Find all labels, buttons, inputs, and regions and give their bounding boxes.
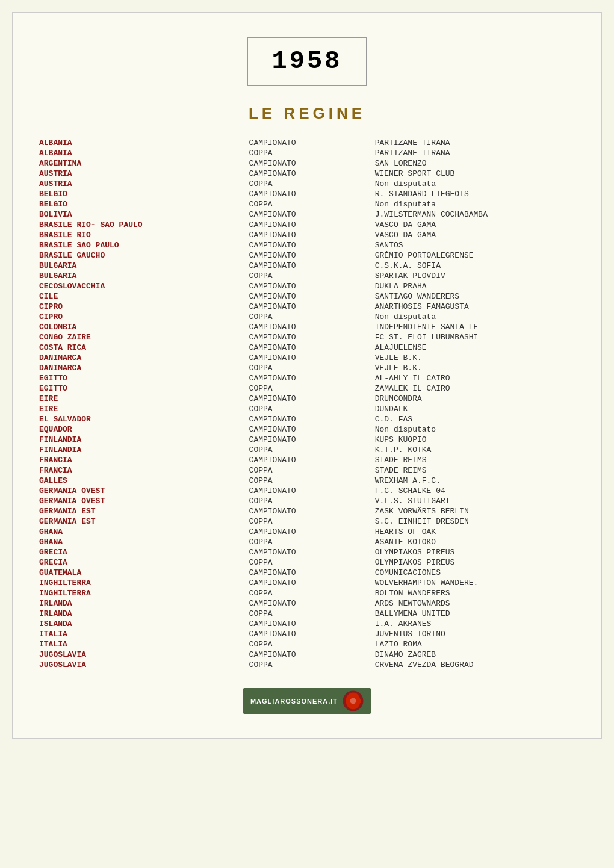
competition-cell: CAMPIONATO [247, 568, 373, 578]
winner-cell: FC ST. ELOI LUBUMBASHI [373, 332, 577, 343]
winner-cell: DINAMO ZAGREB [373, 649, 577, 660]
winner-cell: SANTIAGO WANDERERS [373, 291, 577, 302]
competition-cell: CAMPIONATO [247, 414, 373, 424]
winner-cell: ZAMALEK IL CAIRO [373, 383, 577, 394]
country-cell: GERMANIA EST [37, 516, 247, 527]
country-cell: GHANA [37, 527, 247, 537]
table-row: CECOSLOVACCHIACAMPIONATODUKLA PRAHA [37, 281, 577, 291]
country-cell: GERMANIA OVEST [37, 486, 247, 496]
competition-cell: CAMPIONATO [247, 240, 373, 250]
winner-cell: C.D. FAS [373, 414, 577, 424]
competition-cell: CAMPIONATO [247, 220, 373, 230]
winner-cell: STADE REIMS [373, 455, 577, 465]
winner-cell: V.F.S. STUTTGART [373, 496, 577, 506]
winner-cell: INDEPENDIENTE SANTA FE [373, 322, 577, 332]
table-row: EQUADORCAMPIONATONon disputato [37, 424, 577, 435]
competition-cell: COPPA [247, 312, 373, 322]
country-cell: GALLES [37, 476, 247, 486]
country-cell: IRLANDA [37, 609, 247, 619]
competition-cell: CAMPIONATO [247, 373, 373, 383]
competition-cell: COPPA [247, 199, 373, 209]
country-cell: ARGENTINA [37, 158, 247, 169]
competition-cell: CAMPIONATO [247, 138, 373, 148]
competition-cell: COPPA [247, 476, 373, 486]
winner-cell: Non disputato [373, 424, 577, 435]
table-row: BRASILE GAUCHOCAMPIONATOGRÊMIO PORTOALEG… [37, 250, 577, 261]
winner-cell: Non disputata [373, 179, 577, 189]
winner-cell: ARDS NEWTOWNARDS [373, 598, 577, 609]
country-cell: GHANA [37, 537, 247, 547]
winner-cell: BOLTON WANDERERS [373, 588, 577, 598]
country-cell: COLOMBIA [37, 322, 247, 332]
country-cell: BRASILE RIO- SAO PAULO [37, 220, 247, 230]
country-cell: ALBANIA [37, 138, 247, 148]
competition-cell: CAMPIONATO [247, 629, 373, 639]
winner-cell: STADE REIMS [373, 465, 577, 476]
country-cell: BULGARIA [37, 271, 247, 281]
competition-cell: CAMPIONATO [247, 486, 373, 496]
table-row: FINLANDIACAMPIONATOKUPS KUOPIO [37, 435, 577, 445]
table-row: EIRECAMPIONATODRUMCONDRA [37, 394, 577, 404]
country-cell: EIRE [37, 394, 247, 404]
table-row: CIPROCOPPANon disputata [37, 312, 577, 322]
table-row: ARGENTINACAMPIONATOSAN LORENZO [37, 158, 577, 169]
country-cell: ITALIA [37, 639, 247, 649]
table-row: BRASILE RIOCAMPIONATOVASCO DA GAMA [37, 230, 577, 240]
content-table: ALBANIACAMPIONATOPARTIZANE TIRANAALBANIA… [37, 138, 577, 670]
logo-box: MAGLIAROSSONERA.IT [243, 688, 371, 714]
competition-cell: COPPA [247, 660, 373, 670]
country-cell: FRANCIA [37, 465, 247, 476]
table-row: CONGO ZAIRECAMPIONATOFC ST. ELOI LUBUMBA… [37, 332, 577, 343]
competition-cell: CAMPIONATO [247, 158, 373, 169]
competition-cell: CAMPIONATO [247, 322, 373, 332]
competition-cell: COPPA [247, 639, 373, 649]
table-row: DANIMARCACAMPIONATOVEJLE B.K. [37, 353, 577, 363]
table-row: FRANCIACOPPASTADE REIMS [37, 465, 577, 476]
table-row: COLOMBIACAMPIONATOINDEPENDIENTE SANTA FE [37, 322, 577, 332]
table-row: EL SALVADORCAMPIONATOC.D. FAS [37, 414, 577, 424]
country-cell: CILE [37, 291, 247, 302]
competition-cell: CAMPIONATO [247, 547, 373, 557]
country-cell: JUGOSLAVIA [37, 660, 247, 670]
winner-cell: JUVENTUS TORINO [373, 629, 577, 639]
winner-cell: WOLVERHAMPTON WANDERE. [373, 578, 577, 588]
winner-cell: DUKLA PRAHA [373, 281, 577, 291]
competition-cell: COPPA [247, 496, 373, 506]
table-row: EGITTOCOPPAZAMALEK IL CAIRO [37, 383, 577, 394]
table-row: GALLESCOPPAWREXHAM A.F.C. [37, 476, 577, 486]
table-row: GUATEMALACAMPIONATOCOMUNICACIONES [37, 568, 577, 578]
winner-cell: OLYMPIAKOS PIREUS [373, 557, 577, 568]
competition-cell: CAMPIONATO [247, 261, 373, 271]
country-cell: AUSTRIA [37, 179, 247, 189]
table-row: FINLANDIACOPPAK.T.P. KOTKA [37, 445, 577, 455]
competition-cell: CAMPIONATO [247, 189, 373, 199]
table-row: ITALIACAMPIONATOJUVENTUS TORINO [37, 629, 577, 639]
table-row: GRECIACAMPIONATOOLYMPIAKOS PIREUS [37, 547, 577, 557]
country-cell: BRASILE SAO PAULO [37, 240, 247, 250]
country-cell: EGITTO [37, 373, 247, 383]
winner-cell: ASANTE KOTOKO [373, 537, 577, 547]
logo-text: MAGLIAROSSONERA.IT [250, 698, 338, 705]
winner-cell: VASCO DA GAMA [373, 230, 577, 240]
winner-cell: DRUMCONDRA [373, 394, 577, 404]
table-row: ALBANIACAMPIONATOPARTIZANE TIRANA [37, 138, 577, 148]
winner-cell: HEARTS OF OAK [373, 527, 577, 537]
country-cell: BELGIO [37, 189, 247, 199]
competition-cell: COPPA [247, 516, 373, 527]
table-row: EGITTOCAMPIONATOAL-AHLY IL CAIRO [37, 373, 577, 383]
table-row: COSTA RICACAMPIONATOALAJUELENSE [37, 343, 577, 353]
country-cell: FRANCIA [37, 455, 247, 465]
winner-cell: CRVENA ZVEZDA BEOGRAD [373, 660, 577, 670]
table-row: GERMANIA OVESTCOPPAV.F.S. STUTTGART [37, 496, 577, 506]
year-box: 1958 [247, 37, 368, 86]
country-cell: BELGIO [37, 199, 247, 209]
competition-cell: CAMPIONATO [247, 353, 373, 363]
country-cell: DANIMARCA [37, 353, 247, 363]
competition-cell: CAMPIONATO [247, 455, 373, 465]
competition-cell: COPPA [247, 557, 373, 568]
winner-cell: F.C. SCHALKE 04 [373, 486, 577, 496]
country-cell: ALBANIA [37, 148, 247, 158]
competition-cell: CAMPIONATO [247, 527, 373, 537]
country-cell: INGHILTERRA [37, 588, 247, 598]
table-row: BELGIOCOPPANon disputata [37, 199, 577, 209]
